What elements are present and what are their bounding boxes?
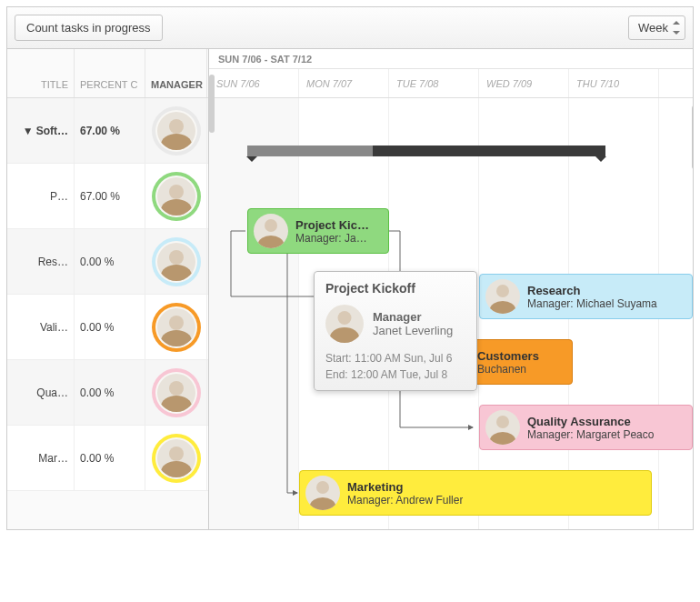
task-avatar	[304, 474, 342, 512]
task-bar-qa[interactable]: Quality AssuranceManager: Margaret Peaco	[479, 405, 693, 450]
table-row[interactable]: Vali…0.00 %	[7, 295, 208, 360]
avatar	[152, 106, 201, 156]
task-subtitle: Manager: Margaret Peaco	[527, 428, 654, 441]
tooltip-avatar	[325, 305, 364, 343]
tooltip-end: End: 12:00 AM Tue, Jul 8	[325, 368, 465, 381]
day-header: WED 7/09	[479, 69, 569, 97]
table-row[interactable]: Mar…0.00 %	[7, 426, 208, 491]
cell-percent: 0.00 %	[75, 229, 145, 294]
title-text: Soft…	[36, 125, 68, 137]
task-subtitle: Manager: Ja…	[295, 232, 369, 245]
task-avatar	[252, 212, 290, 250]
task-title: Quality Assurance	[527, 415, 654, 428]
avatar	[152, 172, 201, 221]
table-row[interactable]: Res…0.00 %	[7, 229, 208, 295]
cell-manager	[145, 229, 207, 294]
task-bar-kickoff[interactable]: Project Kic…Manager: Ja…	[247, 208, 389, 254]
cell-title: Res…	[7, 229, 75, 294]
tooltip-start: Start: 11:00 AM Sun, Jul 6	[325, 352, 465, 365]
col-percent[interactable]: PERCENT C	[75, 49, 145, 97]
cell-percent: 67.00 %	[75, 164, 145, 228]
task-subtitle: Manager: Michael Suyama	[527, 297, 657, 310]
timeline-range-label: SUN 7/06 - SAT 7/12	[209, 49, 693, 69]
task-avatar	[484, 277, 522, 316]
timeline-body[interactable]: Project Kic…Manager: Ja…ResearchManager:…	[209, 98, 693, 530]
task-bar-research[interactable]: ResearchManager: Michael Suyama	[479, 274, 693, 319]
day-header: SUN 7/06	[209, 69, 299, 97]
cell-manager	[145, 360, 207, 425]
cell-percent: 67.00 %	[75, 98, 145, 163]
task-title: Project Kic…	[295, 218, 369, 232]
avatar	[152, 434, 201, 483]
toolbar: Count tasks in progress Week	[7, 7, 693, 49]
task-bar-validate[interactable]: CustomersBuchanen	[473, 339, 573, 385]
cell-title: Vali…	[7, 295, 75, 359]
day-header: MON 7/07	[299, 69, 389, 97]
task-title: Research	[527, 284, 657, 297]
tooltip-manager-name: Janet Leverling	[373, 324, 453, 337]
task-grid: TITLE PERCENT C MANAGER ▼Soft…67.00 %P…6…	[7, 49, 209, 530]
day-header: THU 7/10	[569, 69, 659, 97]
expand-icon[interactable]: ▼	[23, 125, 34, 137]
avatar	[152, 368, 201, 417]
scrollbar-thumb[interactable]	[692, 105, 693, 169]
cell-manager	[145, 426, 207, 490]
task-avatar	[484, 408, 522, 446]
count-tasks-button[interactable]: Count tasks in progress	[15, 15, 163, 41]
avatar	[152, 237, 201, 286]
table-row[interactable]: P…67.00 %	[7, 164, 208, 229]
timeline-scrollbar[interactable]	[688, 105, 693, 487]
avatar	[152, 303, 201, 352]
cell-percent: 0.00 %	[75, 426, 145, 490]
cell-title: ▼Soft…	[7, 98, 75, 163]
title-text: P…	[50, 190, 68, 203]
content-body: TITLE PERCENT C MANAGER ▼Soft…67.00 %P…6…	[7, 49, 693, 530]
cell-title: Qua…	[7, 360, 75, 425]
summary-bar[interactable]	[247, 145, 605, 156]
cell-manager	[145, 164, 207, 228]
cell-percent: 0.00 %	[75, 295, 145, 359]
view-range-select[interactable]: Week	[628, 15, 685, 40]
cell-manager	[145, 98, 207, 163]
cell-manager	[145, 295, 207, 359]
cell-title: P…	[7, 164, 75, 228]
title-text: Qua…	[36, 386, 68, 399]
title-text: Res…	[38, 256, 68, 268]
title-text: Vali…	[40, 321, 68, 334]
tooltip-title: Project Kickoff	[325, 281, 465, 296]
task-title: Marketing	[347, 480, 463, 494]
table-row[interactable]: ▼Soft…67.00 %	[7, 98, 208, 164]
task-subtitle: Buchanen	[477, 363, 539, 376]
timeline-days-header: SUN 7/06MON 7/07TUE 7/08WED 7/09THU 7/10	[209, 69, 693, 98]
col-manager[interactable]: MANAGER	[145, 49, 207, 97]
day-header: TUE 7/08	[389, 69, 479, 97]
col-title[interactable]: TITLE	[7, 49, 75, 97]
cell-percent: 0.00 %	[75, 360, 145, 425]
tooltip-manager-label: Manager	[373, 310, 453, 324]
title-text: Mar…	[38, 452, 68, 465]
task-title: Customers	[477, 349, 539, 363]
timeline-column	[209, 98, 299, 530]
task-subtitle: Manager: Andrew Fuller	[347, 494, 463, 507]
summary-progress	[247, 145, 373, 156]
grid-header: TITLE PERCENT C MANAGER	[7, 49, 208, 98]
grid-rows: ▼Soft…67.00 %P…67.00 %Res…0.00 %Vali…0.0…	[7, 98, 208, 491]
splitter-thumb[interactable]	[209, 75, 215, 133]
task-tooltip: Project Kickoff Manager Janet Leverling …	[314, 271, 477, 391]
task-bar-mkt[interactable]: MarketingManager: Andrew Fuller	[299, 470, 652, 516]
cell-title: Mar…	[7, 426, 75, 490]
table-row[interactable]: Qua…0.00 %	[7, 360, 208, 426]
timeline[interactable]: SUN 7/06 - SAT 7/12 SUN 7/06MON 7/07TUE …	[209, 49, 693, 530]
gantt-app: Count tasks in progress Week TITLE PERCE…	[6, 6, 694, 530]
